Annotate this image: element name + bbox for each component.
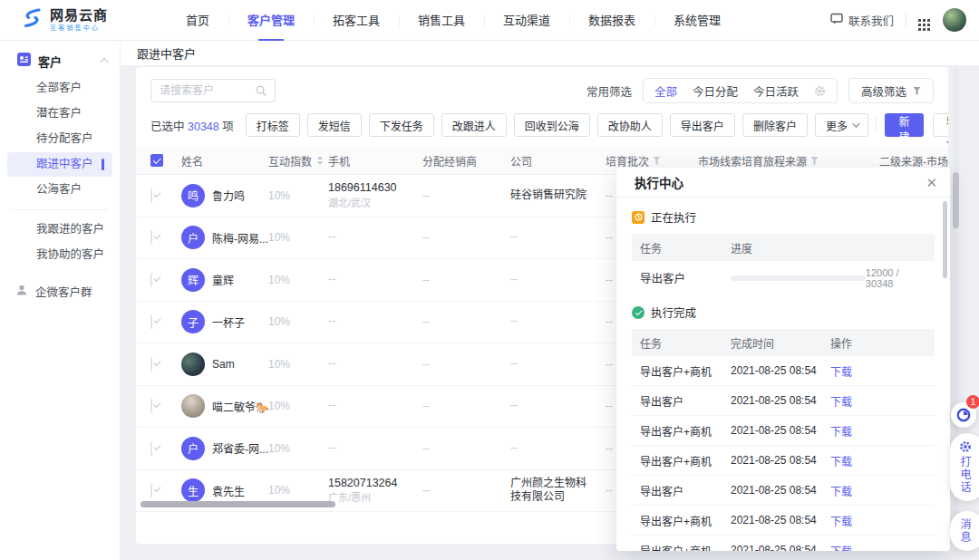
nav-item-lead-tools[interactable]: 拓客工具: [314, 0, 399, 41]
execution-center-float-button[interactable]: 1: [951, 402, 976, 428]
done-task-time: 2021-08-25 08:54: [731, 424, 830, 437]
column-header-source2[interactable]: 二级来源-市场: [879, 153, 948, 169]
select-all-checkbox[interactable]: [150, 154, 163, 167]
sms-button[interactable]: 发短信: [307, 113, 362, 137]
contact-us-button[interactable]: 联系我们: [830, 12, 894, 29]
sidebar-item-all-customers[interactable]: 全部客户: [7, 76, 112, 101]
call-label: 打电话: [958, 456, 971, 494]
sort-icon[interactable]: [317, 156, 323, 165]
filter-settings-gear-icon[interactable]: [814, 85, 826, 97]
tag-button[interactable]: 打标签: [246, 113, 300, 137]
customer-name[interactable]: 喵二敏爷🐎: [212, 399, 268, 414]
row-checkbox[interactable]: [150, 230, 152, 245]
sidebar-item-my-following[interactable]: 我跟进的客户: [7, 217, 112, 242]
column-header-dealer[interactable]: 分配经销商: [422, 153, 510, 169]
customer-name[interactable]: 鲁力鸣: [212, 188, 245, 203]
import-button[interactable]: 导入: [933, 113, 948, 137]
more-button[interactable]: 更多: [815, 113, 868, 137]
message-float-button[interactable]: 消息: [950, 511, 979, 551]
nav-item-home[interactable]: 首页: [167, 0, 228, 41]
chevron-up-icon[interactable]: [100, 57, 109, 66]
column-header-score[interactable]: 互动指数: [268, 153, 328, 169]
column-header-name[interactable]: 姓名: [181, 153, 268, 169]
search-icon[interactable]: [256, 85, 267, 96]
sidebar-item-my-assisting[interactable]: 我协助的客户: [7, 243, 112, 267]
customer-name[interactable]: 童辉: [212, 272, 234, 287]
common-filters-label: 常用筛选: [586, 82, 632, 100]
delete-customers-button[interactable]: 删除客户: [742, 113, 808, 137]
logo-title: 网易云商: [50, 8, 108, 23]
sidebar-item-public-sea-customers[interactable]: 公海客户: [7, 178, 112, 202]
row-checkbox[interactable]: [150, 441, 152, 456]
app-grid-icon[interactable]: [918, 19, 921, 22]
running-task-name: 导出客户: [640, 269, 731, 286]
search-input[interactable]: [160, 84, 256, 97]
page-scrollbar-thumb[interactable]: [953, 172, 959, 228]
sidebar-item-following-customers[interactable]: 跟进中客户: [7, 152, 112, 177]
column-header-company[interactable]: 公司: [510, 153, 606, 169]
advanced-filter-button[interactable]: 高级筛选: [848, 78, 934, 103]
customer-name[interactable]: Sam: [212, 358, 235, 371]
quick-filter-all[interactable]: 全部: [654, 82, 677, 100]
quick-filter-today-active[interactable]: 今日活跃: [753, 82, 799, 100]
download-link[interactable]: 下载: [830, 363, 926, 379]
done-task-row: 导出客户 2021-08-25 08:54 下载: [632, 386, 935, 416]
column-header-source[interactable]: 来源: [785, 153, 879, 169]
row-checkbox[interactable]: [150, 273, 152, 287]
done-task-time: 2021-08-25 08:54: [731, 514, 830, 526]
sidebar-item-wecom-groups[interactable]: 企微客户群: [0, 268, 120, 300]
customer-name[interactable]: 袁先生: [212, 483, 245, 498]
row-checkbox[interactable]: [150, 188, 152, 203]
sidebar-item-unassigned-customers[interactable]: 待分配客户: [7, 127, 112, 151]
customer-name[interactable]: 一杯子: [212, 314, 245, 330]
customer-name[interactable]: 郑省委-网...: [212, 440, 268, 456]
logo-icon: [20, 6, 44, 34]
change-owner-button[interactable]: 改跟进人: [441, 113, 507, 137]
download-link[interactable]: 下载: [830, 483, 926, 498]
horizontal-scrollbar[interactable]: [141, 501, 335, 507]
nav-item-channels[interactable]: 互动渠道: [484, 0, 569, 41]
sidebar-item-potential-customers[interactable]: 潜在客户: [7, 101, 112, 126]
done-section-label: 执行完成: [632, 304, 935, 321]
row-checkbox[interactable]: [150, 399, 152, 413]
nav-item-reports[interactable]: 数据报表: [569, 0, 654, 41]
recycle-button[interactable]: 回收到公海: [514, 113, 590, 137]
download-link[interactable]: 下载: [830, 453, 926, 468]
user-avatar[interactable]: [943, 8, 966, 32]
download-link[interactable]: 下载: [830, 543, 926, 552]
assign-task-button[interactable]: 下发任务: [369, 113, 434, 137]
filter-funnel-icon[interactable]: [653, 157, 661, 165]
new-customer-button[interactable]: 新建: [885, 113, 923, 137]
row-checkbox[interactable]: [150, 357, 152, 372]
col-batch-label: 培育批次: [606, 153, 649, 169]
close-icon[interactable]: ✕: [926, 176, 937, 189]
column-header-batch[interactable]: 培育批次: [606, 153, 698, 169]
nav-item-system[interactable]: 系统管理: [654, 0, 740, 41]
search-box[interactable]: [150, 79, 276, 102]
nav-item-customer-mgmt[interactable]: 客户管理: [228, 0, 314, 41]
column-header-phone[interactable]: 手机: [328, 153, 422, 169]
filter-funnel-icon[interactable]: [810, 157, 819, 165]
download-link[interactable]: 下载: [830, 513, 926, 528]
col-name-label: 姓名: [181, 153, 203, 169]
avatar: 生: [181, 478, 205, 502]
column-header-journey[interactable]: 市场线索培育旅程...: [698, 153, 785, 169]
export-customers-button[interactable]: 导出客户: [670, 113, 735, 137]
nav-item-sales-tools[interactable]: 销售工具: [399, 0, 484, 41]
app-logo[interactable]: 网易云商 互客销售中心: [20, 6, 136, 34]
panel-scrollbar-thumb[interactable]: [943, 201, 947, 278]
done-task-row: 导出客户+商机 2021-08-25 08:54 下载: [632, 536, 935, 551]
done-task-row: 导出客户+商机 2021-08-25 08:54 下载: [632, 446, 935, 476]
sidebar-group-customers[interactable]: 客户: [0, 41, 120, 75]
bulk-action-toolbar: 已选中 30348 项 打标签 发短信 下发任务 改跟进人 回收到公海 改协助人…: [136, 103, 948, 137]
done-task-time: 2021-08-25 08:54: [731, 454, 830, 467]
download-link[interactable]: 下载: [830, 423, 926, 439]
customer-name[interactable]: 陈梅-网易...: [212, 230, 268, 246]
call-float-button[interactable]: 打电话: [950, 433, 979, 501]
row-checkbox[interactable]: [150, 483, 152, 497]
download-link[interactable]: 下载: [830, 393, 926, 409]
row-checkbox[interactable]: [150, 314, 152, 329]
done-task-time: 2021-08-25 08:54: [731, 484, 830, 497]
change-assistant-button[interactable]: 改协助人: [597, 113, 663, 137]
quick-filter-today-assigned[interactable]: 今日分配: [693, 82, 738, 100]
